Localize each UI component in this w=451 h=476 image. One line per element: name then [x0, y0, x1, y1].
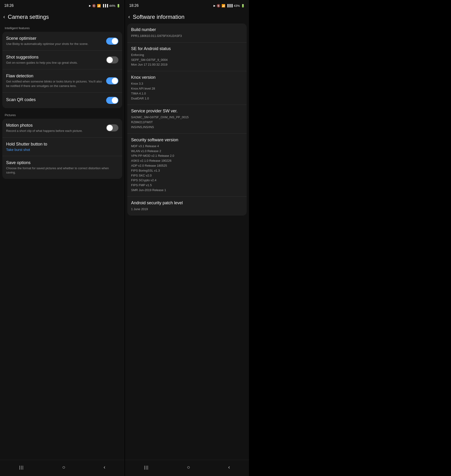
page-header-left: ‹ Camera settings [0, 10, 125, 24]
status-icons-right: ▶ 🔇 📶 ▐▐▐ 43% 🔋 [213, 4, 245, 7]
motion-photos-title: Motion photos [6, 123, 103, 128]
pictures-card: Motion photos Record a short clip of wha… [2, 119, 122, 179]
se-android-section: SE for Android status Enforcing SEPF_SM-… [127, 43, 247, 71]
back-button-left[interactable]: ‹ [3, 14, 5, 20]
motion-photos-item[interactable]: Motion photos Record a short clip of wha… [2, 119, 122, 138]
mute-icon-right: 🔇 [217, 4, 220, 7]
home-button-right[interactable]: ○ [187, 464, 190, 470]
save-options-desc: Choose the format for saved pictures and… [6, 166, 116, 175]
shot-suggestions-title: Shot suggestions [6, 55, 103, 60]
save-options-text: Save options Choose the format for saved… [6, 160, 118, 175]
signal-icon-right: ▐▐▐ [226, 4, 232, 7]
toggle-knob [107, 57, 113, 63]
flaw-detection-text: Flaw detection Get notified when someone… [6, 74, 106, 88]
scene-optimiser-text: Scene optimiser Use Bixby to automatical… [6, 36, 106, 46]
nav-bar-left: ||| ○ ‹ [0, 460, 125, 476]
knox-version-value: Knox 3.3 Knox API level 28 TIMA 4.1.0 Du… [131, 81, 243, 101]
battery-icon-right: 🔋 [241, 4, 245, 7]
back-nav-button-left[interactable]: ‹ [104, 464, 105, 470]
save-options-item[interactable]: Save options Choose the format for saved… [2, 156, 122, 179]
back-nav-button-right[interactable]: ‹ [228, 464, 230, 470]
toggle-knob [112, 38, 118, 44]
flaw-detection-desc: Get notified when someone blinks or look… [6, 79, 103, 88]
scene-optimiser-title: Scene optimiser [6, 36, 103, 41]
scene-optimiser-toggle[interactable] [106, 38, 118, 45]
security-software-value: MDF v3.1 Release 4 WLAN v1.0 Release 2 V… [131, 144, 243, 193]
signal-icon-left: ▐▐▐ [102, 4, 108, 7]
hold-shutter-item[interactable]: Hold Shutter button to Take burst shot [2, 138, 122, 156]
recent-apps-button-right[interactable]: ||| [144, 465, 149, 470]
wifi-icon-left: 📶 [97, 4, 101, 7]
flaw-detection-title: Flaw detection [6, 74, 103, 78]
build-number-value: PPR1.180610.011.G975FXXU2ASF3 [131, 34, 243, 38]
security-software-title: Security software version [131, 138, 243, 142]
flaw-detection-toggle[interactable] [106, 77, 118, 84]
software-info-panel: 18:26 ▶ 🔇 📶 ▐▐▐ 43% 🔋 ‹ Software informa… [125, 0, 249, 476]
recent-apps-button-left[interactable]: ||| [19, 465, 24, 470]
flaw-detection-item[interactable]: Flaw detection Get notified when someone… [2, 69, 122, 92]
scene-optimiser-item[interactable]: Scene optimiser Use Bixby to automatical… [2, 32, 122, 51]
camera-settings-panel: 18:26 ▶ 🔇 📶 ▐▐▐ 44% 🔋 ‹ Camera settings … [0, 0, 125, 476]
nav-bar-right: ||| ○ ‹ [125, 460, 249, 476]
battery-left: 44% [109, 4, 115, 7]
software-info-content[interactable]: Build number PPR1.180610.011.G975FXXU2AS… [125, 24, 249, 460]
motion-photos-toggle[interactable] [106, 124, 118, 131]
scan-qr-item[interactable]: Scan QR codes [2, 93, 122, 108]
build-number-section: Build number PPR1.180610.011.G975FXXU2AS… [127, 24, 247, 42]
motion-photos-text: Motion photos Record a short clip of wha… [6, 123, 106, 133]
page-title-right: Software information [133, 14, 184, 20]
back-button-right[interactable]: ‹ [128, 14, 130, 20]
section-label-pictures: Pictures [2, 110, 122, 119]
se-android-value: Enforcing SEPF_SM-G975F_9_0004 Mon Jun 1… [131, 53, 243, 67]
scene-optimiser-desc: Use Bixby to automatically optimise your… [6, 42, 103, 46]
knox-version-title: Knox version [131, 75, 243, 80]
page-header-right: ‹ Software information [125, 10, 249, 24]
status-time-left: 18:26 [4, 4, 14, 8]
software-info-card: Build number PPR1.180610.011.G975FXXU2AS… [127, 24, 247, 216]
toggle-knob [112, 97, 118, 103]
knox-version-section: Knox version Knox 3.3 Knox API level 28 … [127, 71, 247, 105]
page-title-left: Camera settings [8, 14, 49, 20]
status-icons-left: ▶ 🔇 📶 ▐▐▐ 44% 🔋 [89, 4, 120, 7]
shot-suggestions-toggle[interactable] [106, 57, 118, 63]
security-software-section: Security software version MDF v3.1 Relea… [127, 134, 247, 197]
se-android-title: SE for Android status [131, 46, 243, 51]
status-bar-left: 18:26 ▶ 🔇 📶 ▐▐▐ 44% 🔋 [0, 0, 125, 10]
android-patch-value: 1 June 2019 [131, 207, 243, 212]
play-icon-right: ▶ [213, 4, 215, 7]
build-number-title: Build number [131, 27, 243, 32]
status-bar-right: 18:26 ▶ 🔇 📶 ▐▐▐ 43% 🔋 [125, 0, 249, 10]
battery-icon-left: 🔋 [117, 4, 120, 7]
settings-content[interactable]: Intelligent features Scene optimiser Use… [0, 24, 125, 460]
toggle-knob [112, 78, 118, 84]
android-patch-section: Android security patch level 1 June 2019 [127, 197, 247, 216]
shot-suggestions-text: Shot suggestions Get on-screen guides to… [6, 55, 106, 65]
scan-qr-title: Scan QR codes [6, 97, 103, 102]
service-provider-value: SAOMC_SM-G975F_OXM_INS_PP_0015 RZ8M211FW… [131, 115, 243, 129]
hold-shutter-title: Hold Shutter button to [6, 142, 116, 147]
service-provider-section: Service provider SW ver. SAOMC_SM-G975F_… [127, 105, 247, 133]
mute-icon-left: 🔇 [92, 4, 96, 7]
hold-shutter-value: Take burst shot [6, 148, 116, 152]
play-icon-left: ▶ [89, 4, 91, 7]
section-label-intelligent: Intelligent features [2, 24, 122, 32]
battery-right: 43% [234, 4, 240, 7]
shot-suggestions-desc: Get on-screen guides to help you line up… [6, 61, 103, 65]
scan-qr-text: Scan QR codes [6, 97, 106, 103]
status-time-right: 18:26 [129, 4, 138, 8]
save-options-title: Save options [6, 160, 116, 165]
service-provider-title: Service provider SW ver. [131, 109, 243, 114]
hold-shutter-text: Hold Shutter button to Take burst shot [6, 142, 118, 152]
android-patch-title: Android security patch level [131, 201, 243, 205]
intelligent-features-card: Scene optimiser Use Bixby to automatical… [2, 32, 122, 108]
scan-qr-toggle[interactable] [106, 97, 118, 104]
home-button-left[interactable]: ○ [62, 464, 65, 470]
toggle-knob [107, 125, 113, 131]
wifi-icon-right: 📶 [221, 4, 225, 7]
shot-suggestions-item[interactable]: Shot suggestions Get on-screen guides to… [2, 51, 122, 69]
motion-photos-desc: Record a short clip of what happens befo… [6, 129, 103, 133]
